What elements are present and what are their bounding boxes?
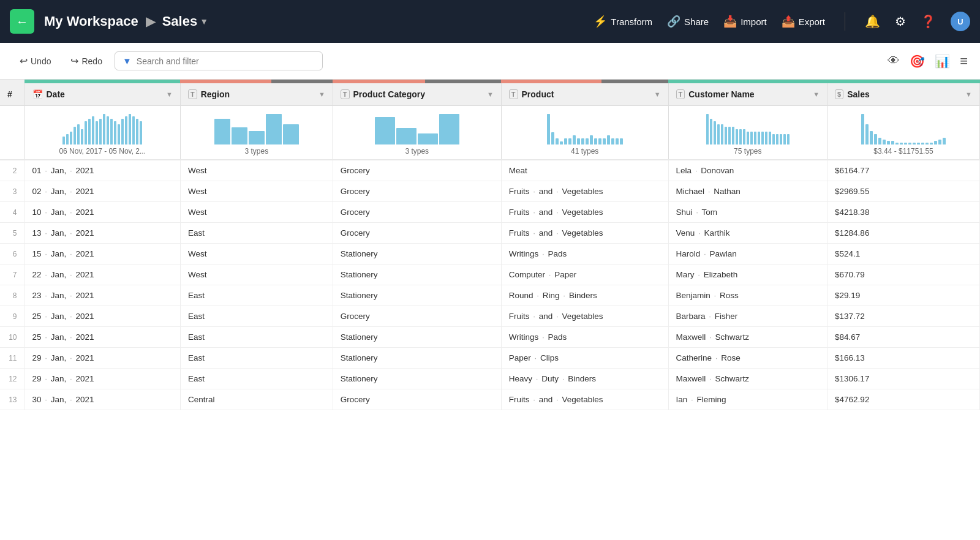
table-row[interactable]: 1129 · Jan, · 2021EastStationeryPaper · … bbox=[0, 348, 980, 369]
table-body: 201 · Jan, · 2021WestGroceryMeatLela · D… bbox=[0, 160, 980, 410]
cell-product: Round · Ring · Binders bbox=[501, 285, 668, 306]
cell-customer-name: Maxwell · Schwartz bbox=[668, 369, 827, 389]
customer-chart bbox=[676, 111, 820, 144]
cell-product-category: Grocery bbox=[333, 181, 501, 202]
notifications-icon[interactable]: 🔔 bbox=[865, 14, 880, 29]
cell-date: 30 · Jan, · 2021 bbox=[24, 389, 180, 410]
cell-sales: $137.72 bbox=[827, 306, 980, 327]
avatar[interactable]: U bbox=[951, 12, 970, 31]
cell-date: 22 · Jan, · 2021 bbox=[24, 264, 180, 285]
cell-customer-name: Michael · Nathan bbox=[668, 181, 827, 202]
col-header-sales[interactable]: $ Sales ▼ bbox=[827, 83, 980, 106]
cell-rownum: 8 bbox=[0, 285, 24, 306]
cell-sales: $6164.77 bbox=[827, 160, 980, 181]
col-header-product-category[interactable]: T Product Category ▼ bbox=[333, 83, 501, 106]
project-chevron-icon: ▼ bbox=[200, 17, 208, 26]
cell-rownum: 12 bbox=[0, 369, 24, 389]
stats-row: 06 Nov, 2017 - 05 Nov, 2... 3 types 3 ty… bbox=[0, 106, 980, 160]
search-box[interactable]: ▼ bbox=[115, 51, 323, 70]
cell-sales: $2969.55 bbox=[827, 181, 980, 202]
sales-sort-icon: ▼ bbox=[965, 91, 972, 98]
help-icon[interactable]: ❓ bbox=[921, 14, 936, 29]
layout-icon[interactable]: ≡ bbox=[960, 53, 968, 69]
cell-region: West bbox=[180, 181, 333, 202]
back-button[interactable]: ← bbox=[10, 9, 34, 34]
search-input[interactable] bbox=[137, 56, 315, 66]
product-cat-stats-label: 3 types bbox=[341, 147, 494, 156]
nav-actions: ⚡ Transform 🔗 Share 📥 Import 📤 Export 🔔 … bbox=[594, 12, 970, 31]
chart-icon[interactable]: 📊 bbox=[935, 54, 950, 69]
cell-product: Writings · Pads bbox=[501, 244, 668, 264]
export-button[interactable]: 📤 Export bbox=[782, 15, 825, 28]
redo-button[interactable]: ↪ Redo bbox=[63, 51, 109, 70]
cell-rownum: 4 bbox=[0, 202, 24, 223]
table-row[interactable]: 925 · Jan, · 2021EastGroceryFruits · and… bbox=[0, 306, 980, 327]
cell-product: Fruits · and · Vegetables bbox=[501, 202, 668, 223]
top-nav: ← My Workspace ▶ Sales ▼ ⚡ Transform 🔗 S… bbox=[0, 0, 980, 43]
cell-region: Central bbox=[180, 389, 333, 410]
cell-sales: $4762.92 bbox=[827, 389, 980, 410]
transform-button[interactable]: ⚡ Transform bbox=[594, 15, 652, 28]
cell-date: 15 · Jan, · 2021 bbox=[24, 244, 180, 264]
cell-date: 23 · Jan, · 2021 bbox=[24, 285, 180, 306]
table-row[interactable]: 1025 · Jan, · 2021EastStationeryWritings… bbox=[0, 327, 980, 348]
product-sort-icon: ▼ bbox=[654, 91, 661, 98]
sales-chart bbox=[835, 111, 972, 144]
target-icon[interactable]: 🎯 bbox=[910, 54, 925, 69]
region-sort-icon: ▼ bbox=[318, 91, 325, 98]
share-button[interactable]: 🔗 Share bbox=[667, 15, 709, 28]
col-header-customer[interactable]: T Customer Name ▼ bbox=[668, 83, 827, 106]
cell-rownum: 7 bbox=[0, 264, 24, 285]
import-button[interactable]: 📥 Import bbox=[723, 15, 767, 28]
cell-region: East bbox=[180, 223, 333, 244]
cell-date: 13 · Jan, · 2021 bbox=[24, 223, 180, 244]
cell-product: Computer · Paper bbox=[501, 264, 668, 285]
cell-region: West bbox=[180, 264, 333, 285]
undo-button[interactable]: ↩ Undo bbox=[12, 51, 58, 70]
table-row[interactable]: 823 · Jan, · 2021EastStationeryRound · R… bbox=[0, 285, 980, 306]
cell-customer-name: Benjamin · Ross bbox=[668, 285, 827, 306]
cell-customer-name: Maxwell · Schwartz bbox=[668, 327, 827, 348]
table-row[interactable]: 513 · Jan, · 2021EastGroceryFruits · and… bbox=[0, 223, 980, 244]
cell-rownum: 3 bbox=[0, 181, 24, 202]
table-row[interactable]: 722 · Jan, · 2021WestStationeryComputer … bbox=[0, 264, 980, 285]
visibility-icon[interactable]: 👁 bbox=[888, 54, 900, 68]
cell-date: 10 · Jan, · 2021 bbox=[24, 202, 180, 223]
col-header-date[interactable]: 📅 Date ▼ bbox=[24, 83, 180, 106]
cell-rownum: 13 bbox=[0, 389, 24, 410]
table-row[interactable]: 615 · Jan, · 2021WestStationeryWritings … bbox=[0, 244, 980, 264]
cell-customer-name: Ian · Fleming bbox=[668, 389, 827, 410]
cell-region: West bbox=[180, 244, 333, 264]
cell-rownum: 5 bbox=[0, 223, 24, 244]
col-header-region[interactable]: T Region ▼ bbox=[180, 83, 333, 106]
project-label[interactable]: Sales ▼ bbox=[162, 13, 208, 29]
toolbar-right: 👁 🎯 📊 ≡ bbox=[888, 53, 968, 69]
header-row: # 📅 Date ▼ T Region ▼ bbox=[0, 83, 980, 106]
region-stats-label: 3 types bbox=[188, 147, 325, 156]
table-row[interactable]: 1330 · Jan, · 2021CentralGroceryFruits ·… bbox=[0, 389, 980, 410]
table-row[interactable]: 201 · Jan, · 2021WestGroceryMeatLela · D… bbox=[0, 160, 980, 181]
table-row[interactable]: 1229 · Jan, · 2021EastStationeryHeavy · … bbox=[0, 369, 980, 389]
redo-icon: ↪ bbox=[70, 55, 78, 67]
cell-region: East bbox=[180, 327, 333, 348]
stats-region: 3 types bbox=[180, 106, 333, 160]
cell-date: 01 · Jan, · 2021 bbox=[24, 160, 180, 181]
cell-sales: $1284.86 bbox=[827, 223, 980, 244]
col-header-product[interactable]: T Product ▼ bbox=[501, 83, 668, 106]
cell-date: 25 · Jan, · 2021 bbox=[24, 306, 180, 327]
cell-rownum: 10 bbox=[0, 327, 24, 348]
cell-product-category: Stationery bbox=[333, 264, 501, 285]
cell-product: Fruits · and · Vegetables bbox=[501, 389, 668, 410]
cell-customer-name: Venu · Karthik bbox=[668, 223, 827, 244]
cell-product-category: Stationery bbox=[333, 327, 501, 348]
cell-product: Paper · Clips bbox=[501, 348, 668, 369]
cell-product-category: Stationery bbox=[333, 369, 501, 389]
toolbar: ↩ Undo ↪ Redo ▼ 👁 🎯 📊 ≡ bbox=[0, 43, 980, 80]
cell-region: East bbox=[180, 306, 333, 327]
table-row[interactable]: 410 · Jan, · 2021WestGroceryFruits · and… bbox=[0, 202, 980, 223]
cell-product: Meat bbox=[501, 160, 668, 181]
product-cat-chart bbox=[341, 111, 494, 144]
share-icon: 🔗 bbox=[667, 15, 680, 28]
table-row[interactable]: 302 · Jan, · 2021WestGroceryFruits · and… bbox=[0, 181, 980, 202]
settings-icon[interactable]: ⚙ bbox=[895, 14, 906, 29]
